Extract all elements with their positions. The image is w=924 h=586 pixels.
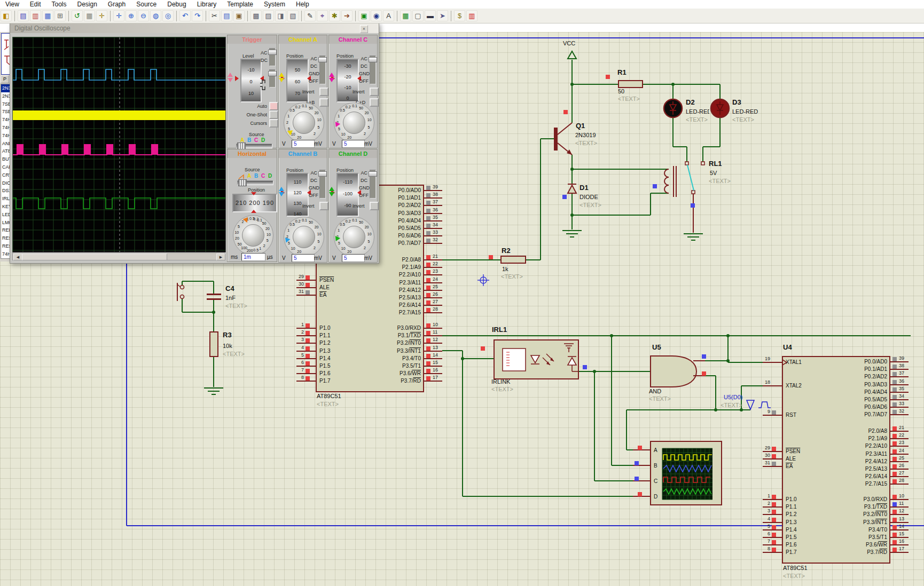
timebase-field[interactable]: 1m xyxy=(241,253,265,261)
menu-item-edit[interactable]: Edit xyxy=(25,1,46,8)
channel-c-position-slider[interactable]: -30-20-100 xyxy=(336,59,359,102)
oscilloscope-window-title[interactable]: Digital Oscilloscope xyxy=(10,23,379,33)
zoom-all-icon[interactable]: ◎ xyxy=(162,10,174,21)
zoom-area-icon[interactable]: ◍ xyxy=(150,10,161,21)
menu-item-view[interactable]: View xyxy=(0,1,25,8)
sum-button[interactable] xyxy=(370,98,379,107)
net-state-indicator xyxy=(563,110,568,114)
block-rotate-icon[interactable]: ◨ xyxy=(275,10,286,21)
invert-button[interactable] xyxy=(319,88,328,96)
position-up-icon[interactable] xyxy=(329,187,334,191)
horizontal-source-slider[interactable] xyxy=(237,180,273,185)
timebase-knob-scale: 50 xyxy=(236,242,244,246)
horizontal-source-slider-knob[interactable] xyxy=(238,179,247,186)
pan-icon[interactable]: ✛ xyxy=(113,10,124,21)
trigger-source-slider[interactable] xyxy=(236,144,272,148)
block-move-icon[interactable]: ▨ xyxy=(263,10,274,21)
zoom-in-icon[interactable]: ⊕ xyxy=(126,10,137,21)
menu-item-help[interactable]: Help xyxy=(291,1,315,8)
find-component-icon[interactable]: ◉ xyxy=(371,10,382,21)
position-up-icon[interactable] xyxy=(228,73,233,77)
position-down-icon[interactable] xyxy=(329,192,334,196)
position-down-icon[interactable] xyxy=(279,78,284,82)
wire-repeat-icon[interactable]: ✱ xyxy=(329,10,340,21)
zoom-out-icon[interactable]: ⊖ xyxy=(138,10,149,21)
mcu-u4-pin-label: P3.6/WR xyxy=(866,542,887,548)
copy-icon[interactable]: ▤ xyxy=(221,10,232,21)
scroll-right-icon[interactable]: ▶ xyxy=(216,254,225,260)
cursors-button[interactable] xyxy=(269,119,278,128)
paste-icon[interactable]: ▣ xyxy=(233,10,245,21)
mcu-main-pin-number: 14 xyxy=(433,352,438,358)
menu-item-source[interactable]: Source xyxy=(131,1,162,8)
remove-sheet-icon[interactable]: ▬ xyxy=(425,10,436,21)
export-section-icon[interactable]: ▥ xyxy=(30,10,41,21)
goto-component-icon[interactable]: ➤ xyxy=(437,10,448,21)
auto-button[interactable] xyxy=(269,102,278,110)
new-sheet-icon[interactable]: ▢ xyxy=(412,10,424,21)
selector-mode-button-p[interactable]: P xyxy=(1,75,9,83)
sum-button[interactable] xyxy=(319,98,328,107)
channel-c-gain-field[interactable]: 5 xyxy=(342,140,365,148)
scroll-left-icon[interactable]: ◀ xyxy=(13,254,22,260)
channel-d-gain-field[interactable]: 5 xyxy=(342,254,365,262)
invert-button[interactable] xyxy=(370,88,379,96)
position-up-icon[interactable] xyxy=(279,73,284,77)
new-object-icon[interactable]: ▣ xyxy=(358,10,370,21)
design-explorer-icon[interactable]: ▦ xyxy=(400,10,411,21)
mcu-main-pin-number: 34 xyxy=(433,222,438,227)
scope-scrollbar[interactable]: ◀▶ xyxy=(12,252,225,260)
position-down-icon[interactable] xyxy=(329,78,334,82)
menu-item-design[interactable]: Design xyxy=(72,1,103,8)
menu-item-debug[interactable]: Debug xyxy=(162,1,191,8)
scroll-thumb[interactable] xyxy=(22,254,167,260)
mcu-u4-pin-state xyxy=(772,525,776,529)
trigger-level-slider[interactable]: -10010 xyxy=(240,59,262,102)
open-project-icon[interactable]: ◧ xyxy=(1,10,12,21)
menu-item-system[interactable]: System xyxy=(259,1,291,8)
grid-toggle-icon[interactable]: ▦ xyxy=(84,10,95,21)
electrical-check-icon[interactable]: ▥ xyxy=(466,10,477,21)
channel-b-coupling-switch-knob[interactable] xyxy=(318,171,327,177)
channel-a-gain-field[interactable]: 5 xyxy=(292,140,315,148)
trigger-edge-switch-knob[interactable] xyxy=(268,71,277,76)
invert-button[interactable] xyxy=(319,202,328,210)
edit-component-icon[interactable]: ✎ xyxy=(304,10,316,21)
route-icon[interactable]: ➔ xyxy=(341,10,353,21)
position-down-icon[interactable] xyxy=(228,78,233,82)
channel-c-coupling-switch-knob[interactable] xyxy=(369,57,377,62)
menu-item-library[interactable]: Library xyxy=(192,1,222,8)
menu-item-tools[interactable]: Tools xyxy=(46,1,72,8)
import-section-icon[interactable]: ▤ xyxy=(18,10,29,21)
redraw-icon[interactable]: ↺ xyxy=(72,10,83,21)
cut-icon[interactable]: ✂ xyxy=(209,10,220,21)
oscilloscope-window[interactable]: Digital Oscilloscope × ◀▶TriggerLevel-10… xyxy=(10,23,379,264)
position-down-icon[interactable] xyxy=(279,192,284,196)
property-tool-icon[interactable]: A xyxy=(383,10,394,21)
mcu-u4-pin-number: 33 xyxy=(899,401,904,406)
print-icon[interactable]: ⊞ xyxy=(54,10,66,21)
channel-b-gain-field[interactable]: 5 xyxy=(292,254,315,262)
save-project-icon[interactable]: ▦ xyxy=(42,10,53,21)
mcu-u4-pin-state xyxy=(772,410,776,415)
trigger-coupling-switch-knob[interactable] xyxy=(268,50,277,55)
position-up-icon[interactable] xyxy=(329,73,334,77)
origin-icon[interactable]: ✛ xyxy=(96,10,107,21)
invert-button[interactable] xyxy=(370,202,379,210)
channel-d-coupling-switch-knob[interactable] xyxy=(369,171,377,177)
menu-item-graph[interactable]: Graph xyxy=(103,1,131,8)
block-copy-icon[interactable]: ▩ xyxy=(250,10,262,21)
menu-item-template[interactable]: Template xyxy=(222,1,259,8)
bill-of-materials-icon[interactable]: $ xyxy=(454,10,465,21)
instant-edit-icon[interactable]: ⌖ xyxy=(317,10,328,21)
redo-icon[interactable]: ↷ xyxy=(192,10,203,21)
channel-d-position-slider[interactable]: -110-100-90 xyxy=(336,173,359,217)
close-icon[interactable]: × xyxy=(360,25,368,33)
one-shot-button[interactable] xyxy=(269,110,278,119)
channel-a-coupling-switch-knob[interactable] xyxy=(318,57,327,62)
undo-icon[interactable]: ↶ xyxy=(179,10,191,21)
position-up-icon[interactable] xyxy=(279,187,284,191)
block-delete-icon[interactable]: ▧ xyxy=(287,10,299,21)
channel-b-position-slider[interactable]: 110120130140 xyxy=(286,173,309,217)
channel-a-position-slider[interactable]: 506070 xyxy=(286,59,309,102)
